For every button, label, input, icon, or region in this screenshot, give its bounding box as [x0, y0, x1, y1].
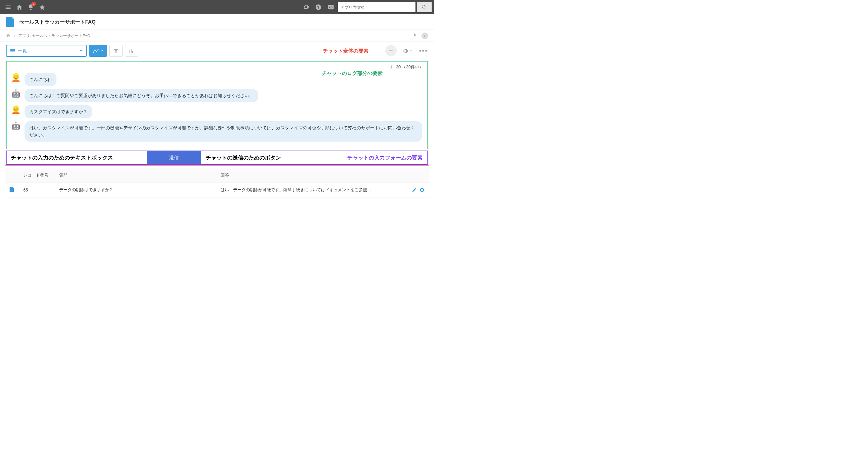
settings-dropdown[interactable] [402, 47, 412, 54]
app-title: セールストラッカーサポートFAQ [19, 19, 96, 25]
edit-icon[interactable] [412, 188, 417, 192]
chart-button[interactable] [125, 45, 138, 57]
cell-answer: はい、データの削除が可能です。削除手続きについてはドキュメントをご参照… [216, 183, 407, 197]
chat-message: 🤖 はい、カスタマイズが可能です。一部の機能やデザインのカスタマイズが可能ですが… [11, 121, 423, 141]
chat-log: 1 - 30 （30件中） チャットのログ部分の要素 👱 こんにちわ 🤖 こんに… [6, 61, 428, 150]
breadcrumb: › アプリ: セールストラッカーサポートFAQ i [0, 30, 434, 42]
table-row[interactable]: 65 データの削除はできますか? はい、データの削除が可能です。削除手続きについ… [5, 183, 429, 197]
record-icon [9, 187, 14, 192]
view-selector[interactable]: 一覧 [6, 45, 87, 57]
cell-record-no: 65 [19, 183, 54, 197]
send-button[interactable]: 送信 [147, 151, 201, 164]
chat-input-form: 送信 チャットの送信のためのボタン チャットの入力フォームの要素 [6, 151, 428, 165]
annotation-chat-form: チャットの入力フォームの要素 [347, 154, 423, 161]
app-icon [6, 17, 14, 27]
notification-badge: 2 [31, 2, 36, 6]
add-button[interactable] [385, 45, 397, 57]
chat-bubble: こんにちは！ご質問やご要望がありましたらお気軽にどうぞ。お手伝いできることがあれ… [25, 89, 258, 102]
app-title-bar: セールストラッカーサポートFAQ [0, 14, 434, 30]
svg-text:?: ? [317, 5, 319, 9]
settings-icon[interactable] [300, 0, 311, 14]
search-input[interactable] [338, 2, 415, 12]
code-icon[interactable] [325, 0, 337, 14]
filter-button[interactable] [110, 45, 123, 57]
chat-bubble: カスタマイズはできますか？ [25, 105, 92, 118]
chat-bubble: はい、カスタマイズが可能です。一部の機能やデザインのカスタマイズが可能ですが、詳… [25, 121, 422, 141]
chat-bubble: こんにちわ [25, 73, 57, 86]
record-count: 1 - 30 （30件中） [11, 65, 423, 70]
search-button[interactable] [417, 2, 432, 12]
delete-icon[interactable] [420, 188, 425, 192]
help-icon[interactable]: ? [313, 0, 324, 14]
breadcrumb-home-icon[interactable] [6, 33, 10, 38]
bot-avatar: 🤖 [11, 121, 21, 131]
user-avatar: 👱 [11, 105, 21, 114]
chat-text-input[interactable] [7, 151, 147, 164]
notification-icon[interactable]: 2 [25, 0, 36, 14]
bot-avatar: 🤖 [11, 89, 21, 98]
home-icon[interactable] [14, 0, 25, 14]
chat-message: 👱 カスタマイズはできますか？ [11, 105, 423, 118]
view-selector-label: 一覧 [18, 48, 76, 54]
chat-container: 1 - 30 （30件中） チャットのログ部分の要素 👱 こんにちわ 🤖 こんに… [5, 60, 429, 166]
menu-icon[interactable] [2, 0, 14, 14]
user-avatar: 👱 [11, 73, 21, 82]
col-record-no: レコード番号 [19, 168, 54, 183]
pin-icon[interactable] [412, 33, 417, 38]
annotation-send-button: チャットの送信のためのボタン [206, 154, 281, 161]
annotation-chat-whole: チャット全体の要素 [323, 47, 369, 54]
info-icon[interactable]: i [422, 33, 428, 39]
breadcrumb-separator: › [13, 33, 15, 38]
breadcrumb-label: アプリ: セールストラッカーサポートFAQ [18, 33, 90, 38]
global-header: 2 ? [0, 0, 434, 14]
cell-question: データの削除はできますか? [54, 183, 216, 197]
chat-message: 🤖 こんにちは！ご質問やご要望がありましたらお気軽にどうぞ。お手伝いできることが… [11, 89, 423, 102]
col-question: 質問 [54, 168, 216, 183]
annotation-chat-log: チャットのログ部分の要素 [321, 70, 382, 77]
toolbar: 一覧 チャット全体の要素 ••• [0, 42, 434, 60]
record-table: レコード番号 質問 回答 65 データの削除はできますか? はい、データの削除が… [5, 168, 429, 197]
col-answer: 回答 [216, 168, 407, 183]
more-options[interactable]: ••• [419, 47, 428, 54]
graph-button[interactable] [89, 45, 107, 57]
star-icon[interactable] [36, 0, 48, 14]
